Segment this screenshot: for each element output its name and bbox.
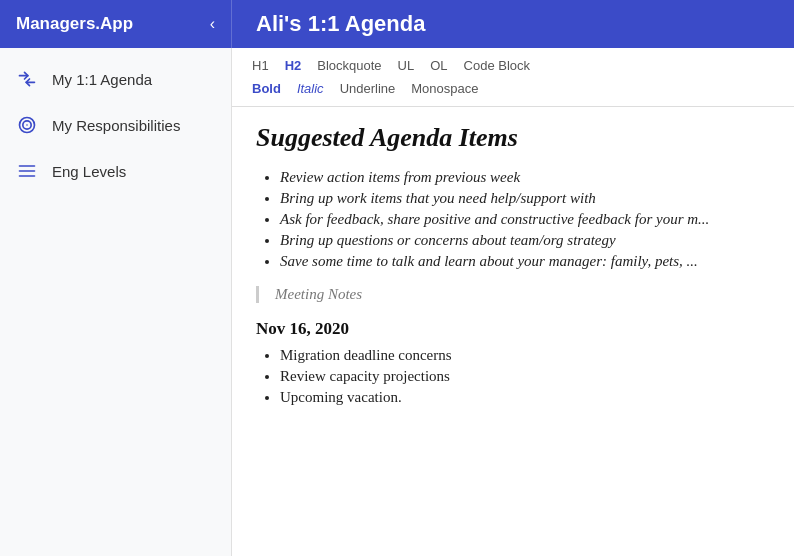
app-header: Managers.App ‹ Ali's 1:1 Agenda xyxy=(0,0,794,48)
editor-panel: H1 H2 Blockquote UL OL Code Block Bold I… xyxy=(232,48,794,556)
list-item: Review capacity projections xyxy=(280,368,770,385)
arrows-icon xyxy=(16,68,38,90)
sidebar-item-eng-levels[interactable]: Eng Levels xyxy=(0,148,231,194)
toolbar-row-2: Bold Italic Underline Monospace xyxy=(248,79,778,98)
app-title: Managers.App xyxy=(16,14,133,34)
editor-body[interactable]: Suggested Agenda Items Review action ite… xyxy=(232,107,794,426)
list-item: Save some time to talk and learn about y… xyxy=(280,253,770,270)
sidebar-item-my-11-agenda[interactable]: My 1:1 Agenda xyxy=(0,56,231,102)
suggested-items-list: Review action items from previous week B… xyxy=(256,169,770,270)
toolbar-code-block[interactable]: Code Block xyxy=(460,56,534,75)
sidebar-toggle-icon[interactable]: ‹ xyxy=(210,15,215,33)
list-item: Migration deadline concerns xyxy=(280,347,770,364)
list-item: Bring up work items that you need help/s… xyxy=(280,190,770,207)
list-icon xyxy=(16,160,38,182)
list-item: Bring up questions or concerns about tea… xyxy=(280,232,770,249)
page-title: Ali's 1:1 Agenda xyxy=(232,11,449,37)
sidebar-item-label: My 1:1 Agenda xyxy=(52,71,152,88)
toolbar-bold[interactable]: Bold xyxy=(248,79,285,98)
sidebar-item-label: Eng Levels xyxy=(52,163,126,180)
list-item: Ask for feedback, share positive and con… xyxy=(280,211,770,228)
main-layout: My 1:1 Agenda My Responsibilities En xyxy=(0,48,794,556)
toolbar-underline[interactable]: Underline xyxy=(336,79,400,98)
sidebar-brand: Managers.App ‹ xyxy=(0,0,232,48)
sidebar-item-my-responsibilities[interactable]: My Responsibilities xyxy=(0,102,231,148)
editor-toolbar: H1 H2 Blockquote UL OL Code Block Bold I… xyxy=(232,48,794,107)
toolbar-h1[interactable]: H1 xyxy=(248,56,273,75)
list-item: Upcoming vacation. xyxy=(280,389,770,406)
toolbar-ul[interactable]: UL xyxy=(394,56,419,75)
toolbar-h2[interactable]: H2 xyxy=(281,56,306,75)
toolbar-monospace[interactable]: Monospace xyxy=(407,79,482,98)
meeting-notes-blockquote: Meeting Notes xyxy=(256,286,770,303)
list-item: Review action items from previous week xyxy=(280,169,770,186)
toolbar-italic[interactable]: Italic xyxy=(293,79,328,98)
meeting-date: Nov 16, 2020 xyxy=(256,319,770,339)
meeting-notes-list: Migration deadline concerns Review capac… xyxy=(256,347,770,406)
blockquote-text: Meeting Notes xyxy=(275,286,770,303)
toolbar-row-1: H1 H2 Blockquote UL OL Code Block xyxy=(248,56,778,75)
sidebar: My 1:1 Agenda My Responsibilities En xyxy=(0,48,232,556)
toolbar-blockquote[interactable]: Blockquote xyxy=(313,56,385,75)
target-icon xyxy=(16,114,38,136)
sidebar-item-label: My Responsibilities xyxy=(52,117,180,134)
toolbar-ol[interactable]: OL xyxy=(426,56,451,75)
svg-point-4 xyxy=(26,124,28,126)
suggested-agenda-title: Suggested Agenda Items xyxy=(256,123,770,153)
